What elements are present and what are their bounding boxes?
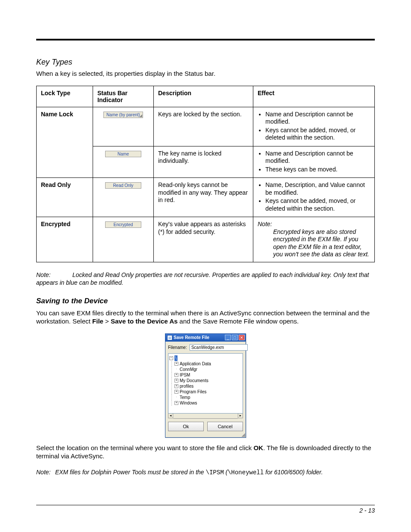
dialog-title: Save Remote File [174, 335, 225, 340]
tree-item-temp[interactable]: Temp [180, 395, 190, 400]
tree-item-windows[interactable]: Windows [180, 400, 197, 406]
maximize-button[interactable]: □ [232, 335, 238, 340]
table-row: Encrypted Encrypted Key's value appears … [37, 217, 375, 262]
effect-item: Name and Description cannot be modified. [265, 111, 370, 126]
intro-key-types: When a key is selected, its properties d… [36, 69, 375, 78]
label-filename: Filename: [168, 345, 187, 350]
footer-rule [36, 505, 375, 505]
tree-item-program-files[interactable]: Program Files [180, 389, 206, 395]
th-status-bar: Status Bar Indicator [93, 86, 154, 107]
cell-lock-type-encrypted: Encrypted [41, 221, 70, 227]
th-effect: Effect [253, 86, 375, 107]
expander-icon[interactable]: + [174, 390, 178, 394]
menu-save-to-device-as: Save to the Device As [111, 317, 177, 325]
tree-item-connmgr[interactable]: ConnMgr [180, 367, 197, 372]
resize-grip-icon[interactable] [165, 434, 246, 437]
tree-item-my-documents[interactable]: My Documents [180, 378, 209, 383]
tree-item-ipsm[interactable]: IPSM [180, 372, 190, 378]
status-chip-read-only: Read Only [105, 182, 141, 189]
scroll-right-icon[interactable]: ▸ [238, 413, 243, 418]
status-chip-name: Name [105, 151, 141, 157]
table-row: Name Lock Name (by parent) Keys are lock… [37, 107, 375, 146]
path-ipsm: \IPSM [206, 469, 224, 476]
text: > [103, 317, 111, 325]
note-after-table: Note: Locked and Read Only properties ar… [36, 271, 375, 286]
status-chip-encrypted: Encrypted [105, 221, 141, 228]
saving-para-1: You can save EXM files directly to the t… [36, 309, 375, 326]
cell-desc-encrypted: Key's value appears as asterisks (*) for… [154, 217, 253, 262]
effect-item: These keys can be moved. [265, 166, 370, 174]
expander-icon[interactable]: − [169, 356, 173, 360]
saving-para-2: Select the location on the terminal wher… [36, 444, 375, 460]
dialog-save-remote-file: Save Remote File _ □ ✕ Filename: − [165, 333, 246, 438]
cell-lock-type-name-lock: Name Lock [41, 111, 73, 118]
expander-icon[interactable]: + [174, 384, 178, 388]
expander-icon[interactable]: + [174, 362, 178, 366]
close-button[interactable]: ✕ [239, 335, 245, 340]
expander-icon[interactable]: + [174, 401, 178, 405]
th-description: Description [154, 86, 253, 107]
status-chip-name-by-parent: Name (by parent) [103, 112, 143, 118]
tree-root-node[interactable]: \ [174, 355, 177, 361]
cell-desc-name-lock-2: The key name is locked individually. [154, 146, 253, 178]
cancel-button[interactable]: Cancel [207, 422, 243, 431]
cell-desc-name-lock-1: Keys are locked by the section. [154, 107, 253, 146]
tree-leaf-icon: · [174, 395, 178, 399]
table-key-types: Lock Type Status Bar Indicator Descripti… [36, 86, 375, 262]
path-honeywell: \Honeywell [227, 469, 264, 476]
scroll-track[interactable] [173, 413, 238, 419]
table-row: Read Only Read Only Read-only keys canno… [37, 178, 375, 217]
note-label: Note: [258, 221, 272, 227]
effect-item: Name and Description cannot be modified. [265, 150, 370, 165]
tree-item-profiles[interactable]: profiles [180, 383, 193, 389]
tree-item-application-data[interactable]: Application Data [180, 361, 211, 367]
note-label: Note: [36, 468, 53, 476]
heading-key-types: Key Types [36, 58, 375, 67]
text: EXM files for Dolphin Power Tools must b… [55, 469, 206, 476]
scroll-left-icon[interactable]: ◂ [168, 413, 173, 418]
effect-item: Keys cannot be added, moved, or deleted … [265, 127, 370, 142]
text-ok-bold: OK [253, 444, 263, 451]
cell-lock-type-read-only: Read Only [41, 181, 71, 188]
note-label: Note: [36, 271, 53, 279]
tree-folders[interactable]: − \ +Application Data ·ConnMgr +IPSM +My… [168, 353, 243, 414]
tree-leaf-icon: · [174, 367, 178, 371]
note-body: Locked and Read Only properties are not … [36, 271, 369, 286]
heading-saving: Saving to the Device [36, 297, 375, 305]
page-top-rule [36, 39, 375, 40]
page-number: 2 - 13 [359, 507, 375, 514]
text: for 6100/6500) folder. [264, 469, 323, 476]
expander-icon[interactable]: + [174, 373, 178, 377]
effect-item: Keys cannot be added, moved, or deleted … [265, 197, 370, 212]
th-lock-type: Lock Type [37, 86, 93, 107]
text: and the Save Remote File window opens. [177, 317, 299, 325]
scrollbar-horizontal[interactable]: ◂ ▸ [168, 413, 243, 418]
ok-button[interactable]: Ok [168, 422, 204, 431]
effect-item: Name, Description, and Value cannot be m… [265, 181, 370, 196]
minimize-button[interactable]: _ [225, 335, 231, 340]
text: ( [224, 469, 228, 476]
note-exm-path: Note: EXM files for Dolphin Power Tools … [36, 468, 375, 476]
dialog-app-icon [167, 335, 172, 340]
text: Select the location on the terminal wher… [36, 444, 253, 451]
expander-icon[interactable]: + [174, 379, 178, 383]
cell-desc-read-only: Read-only keys cannot be modified in any… [154, 178, 253, 217]
input-filename[interactable] [190, 344, 248, 351]
menu-file: File [92, 317, 103, 325]
dialog-titlebar[interactable]: Save Remote File _ □ ✕ [165, 334, 246, 342]
note-body-encrypted: Encrypted keys are also stored encrypted… [273, 228, 370, 258]
